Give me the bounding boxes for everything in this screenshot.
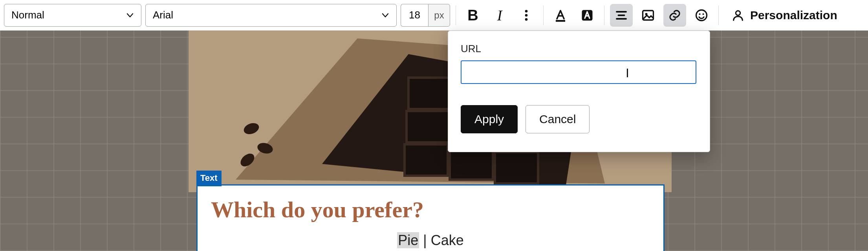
svg-point-0 [525,10,528,13]
image-button[interactable] [637,4,659,27]
svg-point-15 [736,11,740,15]
link-url-popover: URL I Apply Cancel [448,31,710,152]
svg-rect-26 [450,148,493,180]
choice-a-highlighted: Pie [397,232,419,248]
paragraph-style-select[interactable]: Normal [4,4,141,27]
text-block[interactable]: Text Which do you prefer? Pie | Cake [196,184,665,251]
apply-button[interactable]: Apply [461,105,518,133]
emoji-button[interactable] [690,4,713,27]
formatting-toolbar: Normal Arial px B I Personalization [0,0,868,31]
emoji-icon [694,8,709,22]
italic-icon: I [497,8,502,23]
bold-button[interactable]: B [461,4,484,27]
link-icon [668,8,682,22]
svg-rect-25 [405,144,448,176]
font-family-value: Arial [153,9,173,21]
editor-canvas[interactable]: Text Which do you prefer? Pie | Cake [0,31,868,251]
image-icon [641,8,655,22]
svg-rect-4 [556,20,565,22]
toolbar-separator [456,5,456,25]
cancel-button[interactable]: Cancel [526,105,590,133]
svg-point-1 [525,14,528,16]
toolbar-separator [718,5,719,25]
personalization-button[interactable]: Personalization [724,4,844,27]
block-choices[interactable]: Pie | Cake [198,226,663,249]
font-size-unit: px [428,4,450,27]
paragraph-style-value: Normal [11,9,44,21]
personalization-label: Personalization [750,9,837,22]
font-size-input[interactable] [401,4,428,27]
block-type-badge: Text [196,171,222,186]
block-heading[interactable]: Which do you prefer? [198,186,663,226]
url-field-label: URL [461,43,697,55]
align-button[interactable] [610,4,633,27]
toolbar-separator [604,5,604,25]
svg-point-2 [525,18,528,21]
font-size-control: px [401,4,450,27]
chevron-down-icon [125,11,135,20]
svg-point-13 [699,13,700,15]
more-formatting-button[interactable] [515,4,538,27]
svg-rect-22 [407,111,450,142]
chevron-down-icon [381,11,390,20]
font-family-select[interactable]: Arial [145,4,397,27]
svg-rect-27 [495,152,538,184]
choice-b: Cake [431,232,464,248]
toolbar-separator [543,5,544,25]
align-center-icon [614,8,628,22]
highlight-icon [580,8,594,22]
svg-point-14 [702,13,704,15]
text-color-button[interactable] [549,4,572,27]
choice-separator: | [419,232,430,248]
more-vertical-icon [519,8,533,22]
text-color-icon [553,8,568,22]
italic-button[interactable]: I [488,4,511,27]
link-button[interactable] [663,4,686,27]
svg-rect-19 [408,78,452,109]
url-input[interactable] [461,60,696,84]
highlight-color-button[interactable] [576,4,599,27]
user-icon [731,9,745,22]
bold-icon: B [467,8,478,23]
